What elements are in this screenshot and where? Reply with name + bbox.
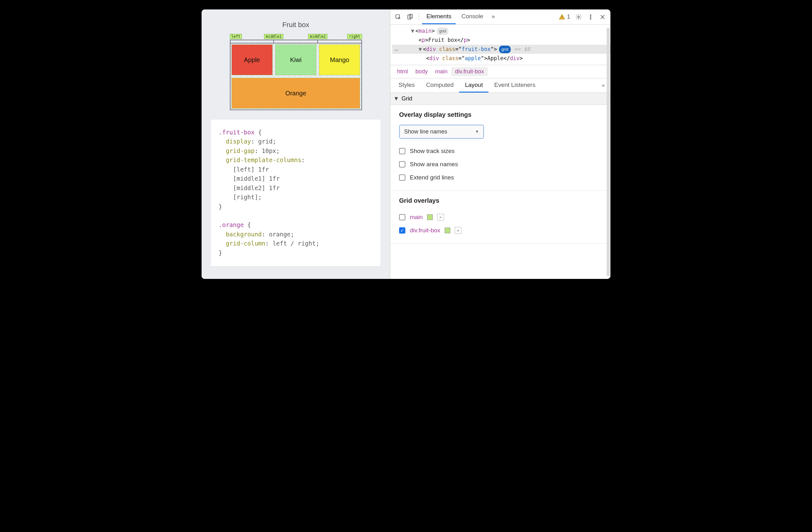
option-extend-grid-lines[interactable]: Extend grid lines <box>399 171 601 184</box>
tab-console[interactable]: Console <box>457 10 488 24</box>
option-show-area-names[interactable]: Show area names <box>399 158 601 171</box>
grid-line-label-right: right <box>347 34 362 39</box>
color-swatch[interactable] <box>445 228 450 233</box>
tab-overflow[interactable]: » <box>489 10 497 24</box>
grid-line-label-middle1: middle1 <box>264 34 284 39</box>
css-snippet: .fruit-box { display: grid; grid-gap: 10… <box>219 128 373 257</box>
cell-kiwi: Kiwi <box>275 45 316 75</box>
checkbox[interactable] <box>399 227 405 234</box>
reveal-element-icon[interactable] <box>437 214 444 221</box>
grid-section-title: Grid <box>402 95 412 102</box>
device-toggle-icon[interactable] <box>405 12 416 22</box>
kebab-menu-icon[interactable] <box>585 12 596 22</box>
overlay-label: div.fruit-box <box>410 227 440 234</box>
subtab-styles[interactable]: Styles <box>393 79 420 93</box>
overlay-display-settings: Overlay display settings Show line names… <box>390 105 610 191</box>
svg-point-7 <box>590 16 591 17</box>
subtab-computed[interactable]: Computed <box>420 79 460 93</box>
line-labels-select[interactable]: Show line names ▼ <box>399 125 484 139</box>
dom-node-apple[interactable]: <div class="apple">Apple</div> <box>392 54 610 63</box>
inspect-element-icon[interactable] <box>393 12 404 22</box>
settings-gear-icon[interactable] <box>573 12 584 22</box>
grid-overlay-row-fruit-box[interactable]: div.fruit-box <box>399 224 601 237</box>
option-label: Show area names <box>410 161 458 168</box>
grid-overlay-row-main[interactable]: main <box>399 211 601 224</box>
checkbox[interactable] <box>399 174 405 181</box>
grid-overlays-group: Grid overlays main div.fruit-box <box>390 191 610 244</box>
warning-count: 1 <box>567 14 570 20</box>
option-show-track-sizes[interactable]: Show track sizes <box>399 144 601 158</box>
grid-pill[interactable]: grid <box>436 27 448 35</box>
close-icon[interactable] <box>597 12 608 22</box>
styles-pane-tabs: Styles Computed Layout Event Listeners » <box>390 79 610 93</box>
grid-pill-selected[interactable]: grid <box>499 46 511 53</box>
dom-node-p[interactable]: <p>Fruit box</p> <box>392 36 610 45</box>
warning-badge[interactable]: 1 <box>557 14 572 20</box>
grid-line-label-middle2: middle2 <box>308 34 328 39</box>
cell-apple: Apple <box>232 45 272 75</box>
cell-mango: Mango <box>319 45 360 75</box>
grid-line-name-labels: left middle1 middle2 right <box>230 34 362 40</box>
crumb-fruit-box[interactable]: div.fruit-box <box>451 67 488 76</box>
crumb-body[interactable]: body <box>412 67 432 76</box>
grid-line-label-left: left <box>230 34 242 39</box>
warning-icon <box>559 14 565 20</box>
svg-point-4 <box>562 18 562 18</box>
devtools-toolbar: Elements Console » 1 <box>390 10 610 25</box>
line-labels-select-value: Show line names <box>404 128 447 135</box>
grid-section-header[interactable]: ▼ Grid <box>390 93 610 105</box>
scrollbar[interactable] <box>607 28 610 276</box>
subtab-event-listeners[interactable]: Event Listeners <box>489 79 541 93</box>
checkbox[interactable] <box>399 161 405 167</box>
overlay-label: main <box>410 214 423 221</box>
dom-node-fruit-box[interactable]: ▼<div class="fruit-box">grid == $0 <box>392 45 610 54</box>
css-snippet-card: .fruit-box { display: grid; grid-gap: 10… <box>211 120 380 266</box>
app-window: Fruit box left middle1 middle2 right App… <box>202 10 610 279</box>
reveal-element-icon[interactable] <box>455 227 462 234</box>
grid-overlays-heading: Grid overlays <box>399 197 601 204</box>
option-label: Extend grid lines <box>410 174 454 181</box>
page-title: Fruit box <box>208 21 384 29</box>
grid-overlay-wrap: left middle1 middle2 right Apple Kiwi Ma… <box>230 34 362 110</box>
cell-orange: Orange <box>232 78 360 108</box>
fruit-box-grid[interactable]: Apple Kiwi Mango Orange <box>230 43 362 110</box>
rendered-page-pane: Fruit box left middle1 middle2 right App… <box>202 10 390 279</box>
svg-point-8 <box>590 18 591 19</box>
dom-tree[interactable]: ▼<main>grid <p>Fruit box</p> ▼<div class… <box>390 25 610 65</box>
checkbox[interactable] <box>399 148 405 154</box>
crumb-main[interactable]: main <box>432 67 451 76</box>
crumb-html[interactable]: html <box>393 67 412 76</box>
dom-breadcrumbs: html body main div.fruit-box <box>390 65 610 79</box>
layout-panel: ▼ Grid Overlay display settings Show lin… <box>390 93 610 279</box>
svg-point-5 <box>578 16 580 18</box>
overlay-settings-heading: Overlay display settings <box>399 111 601 118</box>
checkbox[interactable] <box>399 214 405 220</box>
selected-node-marker: == $0 <box>514 46 530 52</box>
option-label: Show track sizes <box>410 148 455 155</box>
subtab-layout[interactable]: Layout <box>459 79 489 93</box>
chevron-down-icon: ▼ <box>475 129 479 134</box>
grid-line-ticks <box>230 40 362 43</box>
devtools-pane: Elements Console » 1 ▼<main>grid <box>390 10 610 279</box>
color-swatch[interactable] <box>427 214 433 220</box>
svg-point-6 <box>590 14 591 15</box>
dom-node-main[interactable]: ▼<main>grid <box>392 26 610 36</box>
tab-elements[interactable]: Elements <box>422 10 456 24</box>
